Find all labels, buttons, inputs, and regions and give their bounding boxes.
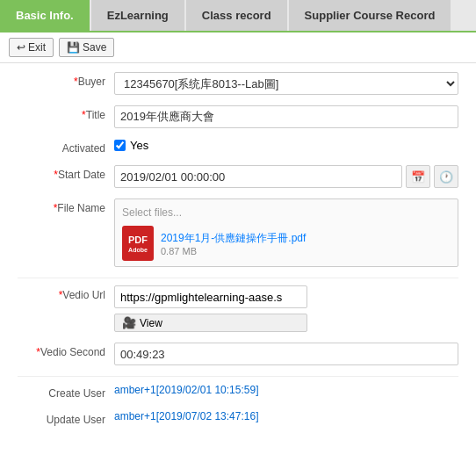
select-files-button[interactable]: Select files... — [122, 205, 182, 220]
pdf-filesize: 0.87 MB — [161, 246, 306, 256]
camera-icon: 🎥 — [122, 316, 136, 329]
save-label: Save — [83, 41, 106, 54]
buyer-control: 12345670[系统库8013--Lab圖] — [114, 72, 458, 95]
tab-class-record[interactable]: Class record — [186, 0, 287, 31]
activated-control: Yes — [114, 139, 458, 152]
pdf-icon: PDF Adobe — [122, 226, 154, 261]
buyer-row: *Buyer 12345670[系统库8013--Lab圖] — [18, 72, 458, 95]
start-date-label: *Start Date — [18, 165, 114, 181]
create-user-value: amber+1[2019/02/01 10:15:59] — [114, 384, 258, 396]
vedio-url-label: *Vedio Url — [18, 285, 114, 301]
activated-row: Activated Yes — [18, 139, 458, 155]
exit-label: Exit — [28, 41, 46, 54]
vedio-second-label: *Vedio Second — [18, 343, 114, 358]
start-date-control: 📅 🕐 — [114, 165, 458, 188]
activated-label: Activated — [18, 139, 114, 155]
tab-basic-info[interactable]: Basic Info. — [0, 0, 90, 31]
calendar-icon-button[interactable]: 📅 — [406, 165, 430, 188]
start-date-row: *Start Date 📅 🕐 — [18, 165, 458, 188]
exit-icon: ↩ — [17, 41, 25, 54]
vedio-second-control — [114, 343, 458, 365]
vedio-second-row: *Vedio Second — [18, 343, 458, 365]
file-name-control: Select files... PDF Adobe 2019年1月-供應鏈操作手… — [114, 198, 458, 267]
section-divider-2 — [18, 376, 458, 377]
vedio-second-input[interactable] — [114, 343, 458, 365]
vedio-url-control: 🎥 View — [114, 285, 458, 332]
tab-bar: Basic Info. EzLearning Class record Supp… — [0, 0, 476, 32]
file-name-row: *File Name Select files... PDF Adobe 201… — [18, 198, 458, 267]
activated-checkbox[interactable] — [114, 140, 126, 151]
update-user-control: amber+1[2019/07/02 13:47:16] — [114, 410, 458, 422]
start-date-input[interactable] — [114, 165, 402, 188]
update-user-row: Update User amber+1[2019/07/02 13:47:16] — [18, 410, 458, 426]
clock-icon-button[interactable]: 🕐 — [434, 165, 458, 188]
tab-ezlearning[interactable]: EzLearning — [91, 0, 184, 31]
buyer-select[interactable]: 12345670[系统库8013--Lab圖] — [114, 72, 458, 95]
save-button[interactable]: 💾 Save — [59, 38, 114, 57]
exit-button[interactable]: ↩ Exit — [9, 38, 54, 57]
create-user-label: Create User — [18, 384, 114, 400]
activated-yes-label: Yes — [130, 139, 148, 152]
title-input[interactable] — [114, 105, 458, 128]
vedio-url-row: *Vedio Url 🎥 View — [18, 285, 458, 332]
section-divider — [18, 278, 458, 278]
toolbar: ↩ Exit 💾 Save — [0, 32, 476, 63]
create-user-control: amber+1[2019/02/01 10:15:59] — [114, 384, 458, 396]
file-item: PDF Adobe 2019年1月-供應鏈操作手冊.pdf 0.87 MB — [122, 226, 451, 261]
tab-supplier-course-record[interactable]: Supplier Course Record — [289, 0, 451, 31]
title-row: *Title — [18, 105, 458, 128]
buyer-label: *Buyer — [18, 72, 114, 88]
save-icon: 💾 — [67, 41, 80, 54]
update-user-value: amber+1[2019/07/02 13:47:16] — [114, 410, 258, 422]
create-user-row: Create User amber+1[2019/02/01 10:15:59] — [18, 384, 458, 400]
title-label: *Title — [18, 105, 114, 121]
file-name-label: *File Name — [18, 198, 114, 214]
vedio-url-input[interactable] — [114, 285, 307, 308]
title-control — [114, 105, 458, 128]
file-upload-area: Select files... PDF Adobe 2019年1月-供應鏈操作手… — [114, 198, 458, 267]
file-details: 2019年1月-供應鏈操作手冊.pdf 0.87 MB — [161, 231, 306, 256]
view-label: View — [140, 317, 162, 329]
pdf-filename: 2019年1月-供應鏈操作手冊.pdf — [161, 231, 306, 246]
form-area: *Buyer 12345670[系统库8013--Lab圖] *Title Ac… — [0, 63, 476, 445]
update-user-label: Update User — [18, 410, 114, 426]
view-button[interactable]: 🎥 View — [114, 314, 307, 332]
